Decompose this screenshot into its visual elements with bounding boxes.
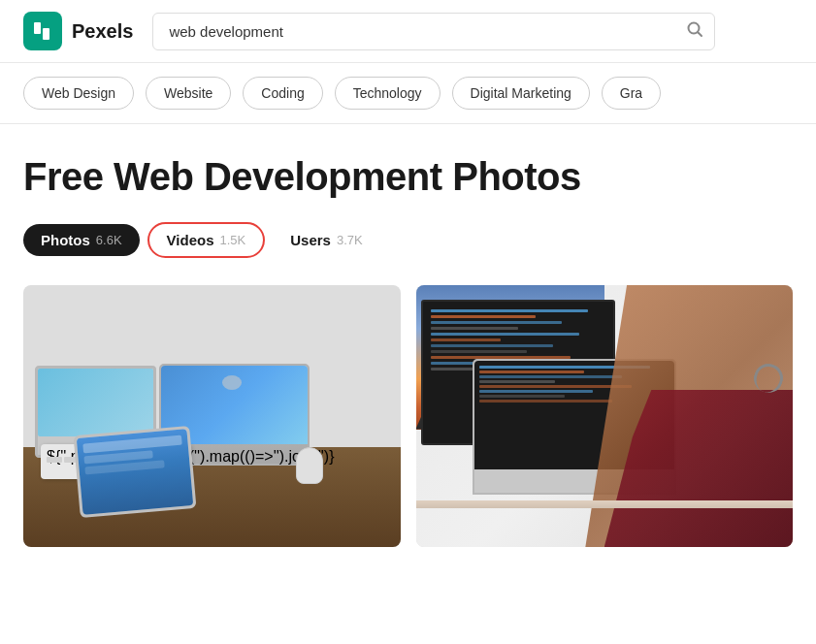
search-input[interactable] xyxy=(152,13,715,50)
photo-card-1[interactable]: ${''.padStart(10).split('').map(()=>'').… xyxy=(23,285,401,547)
search-icon xyxy=(686,20,703,42)
svg-rect-0 xyxy=(34,22,41,34)
search-container xyxy=(152,13,715,50)
tab-videos-label: Videos xyxy=(167,232,214,248)
logo-icon xyxy=(23,12,62,50)
tab-photos-count: 6.6K xyxy=(96,233,122,247)
tab-videos-count: 1.5K xyxy=(220,233,246,247)
svg-line-3 xyxy=(699,33,702,37)
category-web-design[interactable]: Web Design xyxy=(23,77,134,110)
tab-users[interactable]: Users 3.7K xyxy=(273,224,379,256)
tab-videos[interactable]: Videos 1.5K xyxy=(147,222,266,258)
header: Pexels xyxy=(0,0,816,63)
photo-grid: ${''.padStart(10).split('').map(()=>'').… xyxy=(23,285,793,547)
logo[interactable]: Pexels xyxy=(23,12,133,50)
tab-photos[interactable]: Photos 6.6K xyxy=(23,224,140,256)
logo-text: Pexels xyxy=(72,20,133,43)
category-coding[interactable]: Coding xyxy=(243,77,322,110)
photo-card-2[interactable] xyxy=(416,285,794,547)
categories-nav: Web Design Website Coding Technology Dig… xyxy=(0,63,816,124)
category-digital-marketing[interactable]: Digital Marketing xyxy=(452,77,590,110)
category-technology[interactable]: Technology xyxy=(335,77,441,110)
page-title: Free Web Development Photos xyxy=(23,155,793,199)
main-content: Free Web Development Photos Photos 6.6K … xyxy=(0,124,816,570)
filter-tabs: Photos 6.6K Videos 1.5K Users 3.7K xyxy=(23,222,793,258)
category-website[interactable]: Website xyxy=(146,77,231,110)
tab-photos-label: Photos xyxy=(41,232,90,248)
tab-users-label: Users xyxy=(290,232,331,248)
svg-rect-1 xyxy=(43,28,49,40)
tab-users-count: 3.7K xyxy=(337,233,363,247)
category-gra[interactable]: Gra xyxy=(602,77,661,110)
